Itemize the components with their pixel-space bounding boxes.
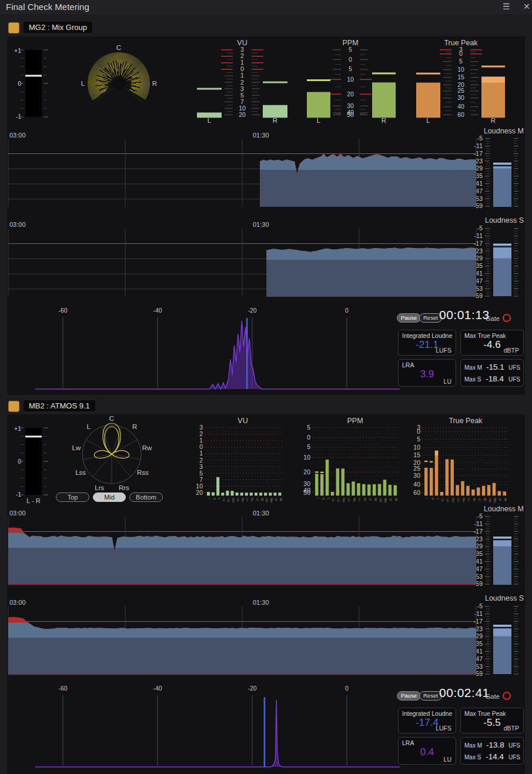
max-m-value: -13.8 (486, 741, 504, 749)
svg-text:Rw: Rw (473, 498, 476, 502)
svg-text:-20: -20 (247, 685, 256, 692)
view-mid-button[interactable]: Mid (93, 492, 126, 502)
svg-text:Loudness M: Loudness M (484, 127, 524, 135)
integrated-loudness-label: Integrated Loudne (402, 710, 454, 717)
svg-text:5: 5 (459, 58, 463, 65)
svg-text:Ltm: Ltm (488, 498, 491, 502)
svg-text:5: 5 (349, 65, 352, 72)
svg-text:Lw: Lw (246, 498, 249, 502)
svg-text:0: 0 (345, 685, 349, 692)
pause-button[interactable]: Pause (397, 313, 421, 323)
section-enable-checkbox[interactable] (8, 22, 19, 33)
svg-text:10: 10 (413, 444, 420, 451)
menu-icon[interactable]: ☰ (499, 1, 514, 12)
svg-text:Rtm: Rtm (493, 498, 496, 503)
svg-text:Rw: Rw (363, 498, 366, 502)
max-true-peak-box: Max True Peak -5.5 dBTP (460, 708, 524, 733)
svg-text:Lrs: Lrs (457, 498, 460, 502)
svg-text:-5: -5 (477, 135, 483, 142)
svg-text:R: R (431, 498, 434, 500)
svg-text:Lw: Lw (467, 498, 470, 502)
svg-text:C: C (327, 498, 330, 500)
svg-text:+1: +1 (14, 425, 21, 432)
max-true-peak-label: Max True Peak (464, 710, 522, 717)
window-title: Final Check Metering (6, 2, 89, 12)
svg-text:-40: -40 (153, 307, 162, 314)
max-m-label: Max M (464, 742, 482, 749)
svg-text:Rss: Rss (137, 469, 149, 476)
svg-text:10: 10 (303, 454, 310, 461)
svg-text:L: L (87, 423, 91, 430)
max-m-value: -15.1 (486, 363, 504, 371)
max-s-label: Max S (464, 376, 481, 383)
svg-text:40: 40 (413, 481, 420, 488)
elapsed-timer: 00:02:41 (439, 686, 490, 700)
svg-text:Ltr: Ltr (498, 498, 501, 501)
svg-text:Rtm: Rtm (270, 498, 273, 503)
svg-text:Ltr: Ltr (389, 498, 392, 501)
svg-text:30: 30 (457, 94, 464, 101)
svg-text:20: 20 (303, 468, 310, 475)
svg-text:L: L (317, 117, 321, 124)
svg-text:30: 30 (413, 472, 420, 479)
svg-text:Rw: Rw (250, 498, 253, 502)
svg-text:L: L (426, 498, 429, 500)
svg-text:Ltf: Ltf (478, 498, 481, 501)
view-top-button[interactable]: Top (56, 492, 89, 502)
svg-text:VU: VU (237, 417, 247, 425)
svg-text:-5: -5 (477, 602, 483, 609)
max-s-unit: UFS (508, 376, 520, 383)
svg-text:20: 20 (196, 489, 203, 496)
history-s-time-mid: 01:30 (253, 599, 269, 606)
svg-text:Lfe: Lfe (332, 498, 334, 502)
svg-text:Lw: Lw (358, 498, 361, 502)
svg-text:Rrs: Rrs (119, 484, 129, 491)
svg-text:5: 5 (307, 443, 310, 450)
svg-text:0: 0 (349, 56, 352, 63)
svg-text:L: L (81, 80, 85, 87)
pause-button[interactable]: Pause (397, 691, 421, 701)
svg-text:-11: -11 (474, 232, 483, 239)
close-icon[interactable]: ✕ (520, 1, 532, 12)
section-enable-checkbox[interactable] (8, 401, 19, 412)
svg-text:5: 5 (307, 424, 310, 431)
svg-text:Lrs: Lrs (236, 498, 239, 502)
max-ms-box: Max M -15.1 UFS Max S -18.4 UFS (460, 359, 524, 387)
svg-text:C: C (218, 498, 220, 500)
svg-text:5: 5 (349, 46, 352, 53)
max-m-unit: UFS (508, 742, 520, 749)
svg-text:-11: -11 (474, 610, 483, 617)
gate-label: Gate (486, 315, 500, 322)
history-m-time-mid: 01:30 (253, 132, 269, 139)
svg-text:40: 40 (457, 103, 464, 110)
svg-text:R: R (491, 117, 496, 124)
lra-unit: LU (444, 378, 451, 385)
svg-text:10: 10 (457, 66, 464, 73)
svg-text:Rrs: Rrs (353, 498, 356, 502)
integrated-loudness-label: Integrated Loudne (402, 332, 454, 339)
max-s-unit: UFS (508, 754, 520, 760)
view-bottom-button[interactable]: Bottom (129, 492, 163, 502)
svg-text:R: R (322, 498, 324, 500)
svg-text:R: R (152, 80, 157, 87)
svg-text:Rtr: Rtr (279, 498, 282, 502)
svg-text:-5: -5 (477, 512, 483, 520)
svg-text:L: L (208, 498, 211, 500)
svg-text:-17: -17 (474, 150, 483, 157)
svg-text:10: 10 (347, 76, 354, 83)
svg-text:-60: -60 (58, 685, 67, 692)
svg-text:Ltf: Ltf (256, 498, 259, 501)
reset-button[interactable]: Reset (419, 313, 442, 323)
svg-text:+1: +1 (14, 47, 21, 54)
svg-text:-11: -11 (474, 520, 483, 527)
svg-text:-11: -11 (474, 142, 483, 149)
svg-text:PPM: PPM (347, 417, 363, 425)
svg-text:Lrs: Lrs (347, 498, 350, 502)
gate-label: Gate (486, 693, 500, 700)
svg-text:R: R (213, 498, 216, 500)
reset-button[interactable]: Reset (419, 691, 442, 701)
svg-text:L: L (316, 498, 319, 500)
lra-box: LRA 0.4 LU (398, 737, 456, 765)
svg-text:5: 5 (417, 435, 420, 443)
svg-text:25: 25 (413, 465, 420, 472)
